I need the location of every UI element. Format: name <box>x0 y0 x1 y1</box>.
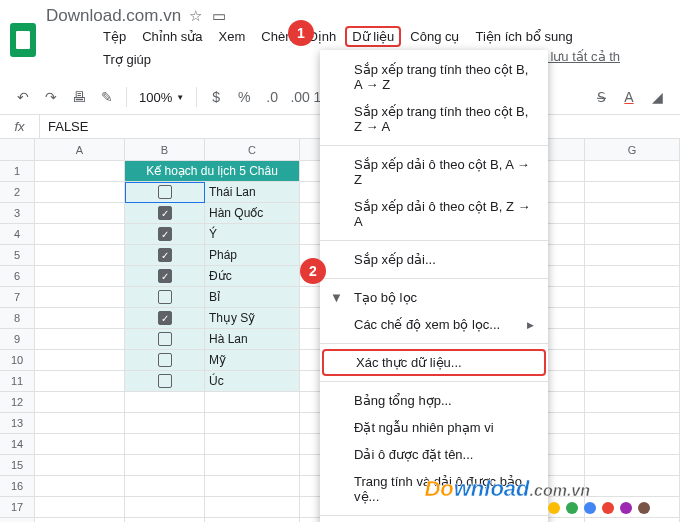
checkbox[interactable] <box>158 374 172 388</box>
cell[interactable] <box>585 329 680 350</box>
cell[interactable] <box>585 413 680 434</box>
cell[interactable] <box>35 182 125 203</box>
text-color-button[interactable]: A <box>616 84 642 110</box>
checkbox[interactable]: ✓ <box>158 269 172 283</box>
cell[interactable] <box>125 434 205 455</box>
table-title[interactable]: Kế hoạch du lịch 5 Châu <box>125 161 300 182</box>
cell[interactable] <box>205 434 300 455</box>
cell[interactable] <box>585 287 680 308</box>
row-header-12[interactable]: 12 <box>0 392 35 413</box>
cell[interactable] <box>35 476 125 497</box>
cell[interactable] <box>205 518 300 522</box>
cell[interactable] <box>585 455 680 476</box>
cell[interactable] <box>125 329 205 350</box>
row-header-7[interactable]: 7 <box>0 287 35 308</box>
menu-sort-range[interactable]: Sắp xếp dải... <box>320 246 548 273</box>
row-header-1[interactable]: 1 <box>0 161 35 182</box>
row-header-11[interactable]: 11 <box>0 371 35 392</box>
row-header-8[interactable]: 8 <box>0 308 35 329</box>
currency-button[interactable]: $ <box>203 84 229 110</box>
cell[interactable] <box>205 392 300 413</box>
menu-sort-range-az[interactable]: Sắp xếp dải ô theo cột B, A → Z <box>320 151 548 193</box>
cell[interactable]: ✓ <box>125 245 205 266</box>
checkbox[interactable]: ✓ <box>158 248 172 262</box>
cell[interactable] <box>125 350 205 371</box>
cell[interactable]: Hàn Quốc <box>205 203 300 224</box>
cell[interactable] <box>205 476 300 497</box>
cell[interactable] <box>35 392 125 413</box>
row-header-14[interactable]: 14 <box>0 434 35 455</box>
cell[interactable] <box>585 224 680 245</box>
cell[interactable] <box>585 266 680 287</box>
select-all-corner[interactable] <box>0 139 35 161</box>
menu-data[interactable]: Dữ liệu <box>345 26 401 47</box>
paint-format-button[interactable]: ✎ <box>94 84 120 110</box>
cell[interactable] <box>585 518 680 522</box>
print-button[interactable]: 🖶 <box>66 84 92 110</box>
cell[interactable] <box>585 182 680 203</box>
cell[interactable] <box>585 350 680 371</box>
cell[interactable] <box>35 434 125 455</box>
decrease-decimal-button[interactable]: .0 <box>259 84 285 110</box>
row-header-2[interactable]: 2 <box>0 182 35 203</box>
checkbox[interactable] <box>158 185 172 199</box>
menu-randomize-range[interactable]: Đặt ngẫu nhiên phạm vi <box>320 414 548 441</box>
cell[interactable] <box>125 413 205 434</box>
cell[interactable] <box>585 161 680 182</box>
cell[interactable] <box>35 413 125 434</box>
menu-file[interactable]: Tệp <box>96 26 133 47</box>
menu-pivot-table[interactable]: Bảng tổng hợp... <box>320 387 548 414</box>
column-header-C[interactable]: C <box>205 139 300 161</box>
row-header-6[interactable]: 6 <box>0 266 35 287</box>
cell[interactable]: Úc <box>205 371 300 392</box>
menu-data-validation[interactable]: Xác thực dữ liệu... <box>322 349 546 376</box>
cell[interactable] <box>35 308 125 329</box>
zoom-select[interactable]: 100%▼ <box>133 90 190 105</box>
cell[interactable] <box>585 434 680 455</box>
menu-edit[interactable]: Chỉnh sửa <box>135 26 209 47</box>
sheets-logo-icon[interactable] <box>10 23 36 57</box>
checkbox[interactable]: ✓ <box>158 227 172 241</box>
cell[interactable]: Mỹ <box>205 350 300 371</box>
cell[interactable] <box>205 413 300 434</box>
checkbox[interactable] <box>158 332 172 346</box>
menu-view[interactable]: Xem <box>212 26 253 47</box>
cell[interactable] <box>585 308 680 329</box>
cell[interactable] <box>35 350 125 371</box>
menu-tools[interactable]: Công cụ <box>403 26 466 47</box>
cell[interactable]: Hà Lan <box>205 329 300 350</box>
cell[interactable] <box>35 287 125 308</box>
cell[interactable] <box>35 224 125 245</box>
row-header-3[interactable]: 3 <box>0 203 35 224</box>
menu-help[interactable]: Trợ giúp <box>96 49 158 70</box>
row-header-16[interactable]: 16 <box>0 476 35 497</box>
menu-sort-sheet-az[interactable]: Sắp xếp trang tính theo cột B, A → Z <box>320 56 548 98</box>
cell[interactable] <box>125 455 205 476</box>
checkbox[interactable] <box>158 353 172 367</box>
cell[interactable]: ✓ <box>125 266 205 287</box>
cell[interactable] <box>35 455 125 476</box>
cell[interactable] <box>585 476 680 497</box>
cell[interactable] <box>205 455 300 476</box>
cell[interactable] <box>125 182 205 203</box>
strikethrough-button[interactable]: S̶ <box>588 84 614 110</box>
column-header-G[interactable]: G <box>585 139 680 161</box>
star-icon[interactable]: ☆ <box>189 7 202 25</box>
cell[interactable] <box>125 476 205 497</box>
row-header-13[interactable]: 13 <box>0 413 35 434</box>
cell[interactable] <box>585 203 680 224</box>
cell[interactable]: ✓ <box>125 203 205 224</box>
cell[interactable] <box>35 203 125 224</box>
row-header-9[interactable]: 9 <box>0 329 35 350</box>
row-header-4[interactable]: 4 <box>0 224 35 245</box>
menu-sort-range-za[interactable]: Sắp xếp dải ô theo cột B, Z → A <box>320 193 548 235</box>
cell[interactable] <box>35 497 125 518</box>
menu-sort-sheet-za[interactable]: Sắp xếp trang tính theo cột B, Z → A <box>320 98 548 140</box>
column-header-A[interactable]: A <box>35 139 125 161</box>
document-title[interactable]: Download.com.vn <box>46 6 181 26</box>
cell[interactable] <box>125 371 205 392</box>
cell[interactable]: ✓ <box>125 224 205 245</box>
row-header-18[interactable]: 18 <box>0 518 35 522</box>
cell[interactable] <box>585 371 680 392</box>
row-header-10[interactable]: 10 <box>0 350 35 371</box>
